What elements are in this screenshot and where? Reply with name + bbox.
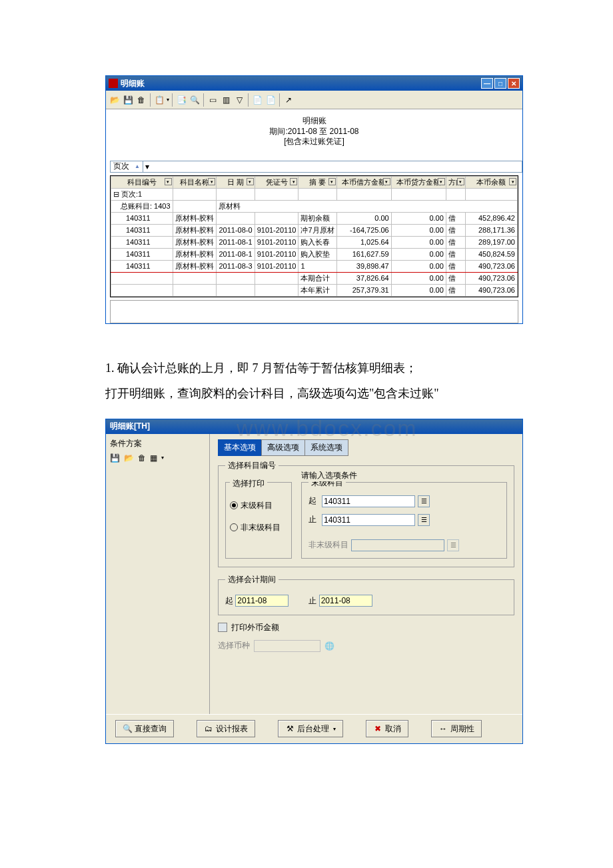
cell-name: 原材料-胶料 <box>173 224 217 236</box>
close-button[interactable]: ✕ <box>508 78 520 89</box>
th-dropdown-icon[interactable]: ▾ <box>165 178 172 185</box>
th-dropdown-icon[interactable]: ▾ <box>383 178 390 185</box>
cell-balance: 288,171.36 <box>465 224 517 236</box>
ledger-grid: 科目编号▾ 科目名称▾ 日 期▾ 凭证号▾ 摘 要▾ 本币借方金额▾ 本币贷方金… <box>110 175 518 297</box>
app-icon <box>109 79 118 88</box>
checkbox-icon[interactable] <box>218 623 227 632</box>
th-dropdown-icon[interactable]: ▾ <box>247 178 254 185</box>
col-date: 日 期 <box>227 178 244 186</box>
doc2-icon[interactable]: 📄 <box>265 94 277 106</box>
picker-icon[interactable]: ☰ <box>418 514 430 526</box>
group-expand-icon[interactable]: ⊟ 页次:1 <box>111 188 173 200</box>
options-panel: www.bdocx.com 基本选项 高级选项 系统选项 选择科目编号 请输入选… <box>210 434 522 714</box>
search-icon: 🔍 <box>123 724 132 733</box>
dropdown-icon[interactable]: ▾ <box>333 726 336 732</box>
cycle-icon: ↔ <box>438 724 448 733</box>
cell-date <box>217 272 255 284</box>
th-dropdown-icon[interactable]: ▾ <box>208 178 215 185</box>
scheme-panel: 条件方案 💾 📂 🗑 ▦ ▾ <box>106 434 210 714</box>
page-selector[interactable]: 页次 ▲ ▾ <box>110 161 522 173</box>
delete-scheme-icon[interactable]: 🗑 <box>138 453 146 463</box>
table-row[interactable]: 本期合计37,826.640.00借490,723.06 <box>111 272 518 284</box>
table-row[interactable]: 140311原材料-胶料2011-08-09101-20110冲7月原材-164… <box>111 224 518 236</box>
th-dropdown-icon[interactable]: ▾ <box>457 178 464 185</box>
tab-system[interactable]: 系统选项 <box>305 439 348 456</box>
grid-scheme-icon[interactable]: ▦ <box>150 453 157 463</box>
cell-code <box>111 284 173 296</box>
subject-start-input[interactable] <box>322 495 415 507</box>
dialog-titlebar[interactable]: 明细账[TH] <box>106 419 522 434</box>
table-row[interactable]: 140311原材料-胶料期初余额0.000.00借452,896.42 <box>111 212 518 224</box>
checkbox-label: 打印外币金额 <box>231 622 279 633</box>
toolbar: 📂 💾 🗑 📋 ▾ 📑 🔍 ▭ ▥ ▽ 📄 📄 ↗ <box>106 91 522 109</box>
tab-advanced[interactable]: 高级选项 <box>261 439 305 456</box>
sheet-icon[interactable]: 📑 <box>175 94 187 106</box>
tab-basic[interactable]: 基本选项 <box>218 439 262 456</box>
preview-icon[interactable]: 🔍 <box>189 94 201 106</box>
minimize-button[interactable]: — <box>481 78 493 89</box>
save-scheme-icon[interactable]: 💾 <box>110 453 120 463</box>
hint-label: 请输入选项条件 <box>299 470 360 481</box>
dropdown-icon[interactable]: ▾ <box>161 455 164 461</box>
delete-icon[interactable]: 🗑 <box>135 94 147 106</box>
cell-name: 原材料-胶料 <box>173 212 217 224</box>
end-label: 止 <box>308 514 319 525</box>
cell-credit: 0.00 <box>391 248 446 260</box>
cell-balance: 452,896.42 <box>465 212 517 224</box>
periodic-button[interactable]: ↔周期性 <box>431 720 482 737</box>
page-icon[interactable]: ▭ <box>207 94 219 106</box>
radio-leaf-subject[interactable]: 末级科目 <box>230 500 287 511</box>
cell-voucher: 9101-20110 <box>255 260 299 272</box>
cell-summary: 冲7月原材 <box>299 224 336 236</box>
col-debit: 本币借方金额 <box>342 178 386 186</box>
titlebar[interactable]: 明细账 — □ ✕ <box>106 76 522 91</box>
process-icon: ⚒ <box>285 724 295 733</box>
cell-debit: 37,826.64 <box>336 272 391 284</box>
table-row[interactable]: 140311原材料-胶料2011-08-39101-20110139,898.4… <box>111 260 518 272</box>
cell-name: 原材料-胶料 <box>173 248 217 260</box>
copy-icon[interactable]: 📋 <box>153 94 165 106</box>
picker-icon[interactable]: ☰ <box>418 495 430 507</box>
cell-date: 2011-08-1 <box>217 236 255 248</box>
table-row[interactable]: 140311原材料-胶料2011-08-19101-20110购入长春1,025… <box>111 236 518 248</box>
filter-icon[interactable]: ▽ <box>233 94 245 106</box>
cell-balance: 450,824.59 <box>465 248 517 260</box>
nonleaf-label: 非末级科目 <box>308 539 348 551</box>
leaf-subject-group: 末级科目 起 ☰ 止 ☰ 非末级科目 <box>301 482 507 559</box>
doc1-icon[interactable]: 📄 <box>251 94 263 106</box>
th-dropdown-icon[interactable]: ▾ <box>438 178 445 185</box>
open-folder-icon[interactable]: 📂 <box>109 94 121 106</box>
layout-icon[interactable]: ▥ <box>220 94 232 106</box>
cell-voucher: 9101-20110 <box>255 248 299 260</box>
th-dropdown-icon[interactable]: ▾ <box>328 178 336 185</box>
exit-icon[interactable]: ↗ <box>283 94 295 106</box>
subject-end-input[interactable] <box>322 514 415 526</box>
th-dropdown-icon[interactable]: ▾ <box>290 178 297 185</box>
th-dropdown-icon[interactable]: ▾ <box>509 178 516 185</box>
cell-summary: 期初余额 <box>299 212 336 224</box>
dialog-body: 条件方案 💾 📂 🗑 ▦ ▾ www.bdocx.com 基本选项 高级选项 系… <box>106 434 522 714</box>
cell-date: 2011-08-3 <box>217 260 255 272</box>
radio-nonleaf-subject[interactable]: 非末级科目 <box>230 522 287 533</box>
dialog-title: 明细账[TH] <box>110 421 150 432</box>
print-legend: 选择打印 <box>230 478 267 489</box>
period-end-input[interactable] <box>319 595 372 607</box>
maximize-button[interactable]: □ <box>494 78 506 89</box>
table-row[interactable]: 本年累计257,379.310.00借490,723.06 <box>111 284 518 296</box>
background-process-button[interactable]: ⚒后台处理▾ <box>278 720 343 737</box>
query-button[interactable]: 🔍直接查询 <box>115 720 174 737</box>
dropdown-icon[interactable]: ▾ <box>143 161 152 172</box>
cell-date <box>217 212 255 224</box>
save-icon[interactable]: 💾 <box>122 94 134 106</box>
table-row[interactable]: 140311原材料-胶料2011-08-19101-20110购入胶垫161,6… <box>111 248 518 260</box>
cell-direction: 借 <box>446 236 465 248</box>
foreign-currency-checkbox[interactable]: 打印外币金额 <box>218 622 514 633</box>
query-dialog-window: 明细账[TH] 条件方案 💾 📂 🗑 ▦ ▾ www.bdocx.com 基本选… <box>105 419 523 744</box>
cell-direction: 借 <box>446 212 465 224</box>
period-start-input[interactable] <box>235 595 289 607</box>
instruction-line2: 打开明细账，查询胶料的会计科目，高级选项勾选"包含未过账" <box>105 381 560 407</box>
open-scheme-icon[interactable]: 📂 <box>124 453 134 463</box>
design-report-button[interactable]: 🗂设计报表 <box>197 720 255 737</box>
cancel-button[interactable]: ✖取消 <box>366 720 408 737</box>
cell-direction: 借 <box>446 284 465 296</box>
